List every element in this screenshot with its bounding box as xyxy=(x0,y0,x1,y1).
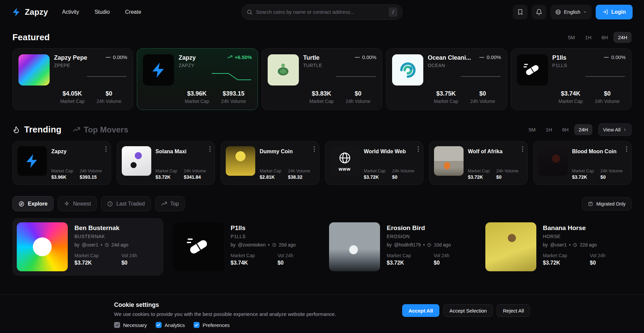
coin-list-card[interactable]: Ben Busternak BUSTERNAK by @user1 • 24d … xyxy=(12,218,163,276)
market-cap-value: $3.74K xyxy=(231,260,278,266)
coin-list-card[interactable]: Erosion Bird EROSION by @hodlnft179 • 10… xyxy=(325,218,476,276)
bookmark-icon xyxy=(517,9,524,15)
kebab-icon xyxy=(105,146,107,152)
clock-icon xyxy=(107,201,113,207)
reject-all-button[interactable]: Reject All xyxy=(497,304,530,317)
market-cap-label: Market Cap xyxy=(178,99,215,104)
timeframe-1h[interactable]: 1H xyxy=(541,124,556,135)
header-actions: English Login xyxy=(513,5,633,19)
kebab-icon xyxy=(209,146,211,152)
featured-card[interactable]: Zapzy Pepe ZPEPE 0.00% $4.05K Market Cap xyxy=(12,48,133,110)
bookmark-button[interactable] xyxy=(513,5,528,19)
volume-value: $341.84 xyxy=(184,174,206,180)
nav-item-activity[interactable]: Activity xyxy=(62,7,79,17)
coin-image-wolf-of-afrika xyxy=(434,146,464,176)
featured-title: Featured xyxy=(12,32,50,43)
bullet-separator: • xyxy=(569,242,571,247)
market-cap-label: Market Cap xyxy=(231,253,278,258)
card-menu-button[interactable] xyxy=(625,145,629,153)
trending-card[interactable]: Solana Maxi Market Cap$3.72K 24h Volume$… xyxy=(117,141,215,185)
card-menu-button[interactable] xyxy=(208,145,212,153)
featured-card[interactable]: P1lls P1LLS 0.00% $3.74K Market Cap xyxy=(511,48,632,110)
bell-icon xyxy=(536,9,542,15)
card-menu-button[interactable] xyxy=(416,145,420,153)
market-cap-value: $3.96K xyxy=(51,174,73,180)
featured-timeframes: 5M 1H 6H 24H xyxy=(564,32,632,43)
search-input[interactable] xyxy=(256,9,385,15)
timeframe-5m[interactable]: 5M xyxy=(564,32,579,43)
filter-last-traded[interactable]: Last Traded xyxy=(101,196,151,211)
brand-logo[interactable]: Zapzy xyxy=(11,7,48,17)
accept-selection-button[interactable]: Accept Selection xyxy=(443,304,493,317)
flame-icon xyxy=(12,126,20,133)
trending-timeframes: 5M 1H 6H 24H View All xyxy=(524,123,632,136)
coin-image-ocean xyxy=(392,54,423,86)
login-button[interactable]: Login xyxy=(596,5,633,19)
trending-card[interactable]: Blood Moon Coin Market Cap$3.72K 24h Vol… xyxy=(533,141,632,185)
view-all-button[interactable]: View All xyxy=(598,123,632,136)
timeframe-6h[interactable]: 6H xyxy=(597,32,612,43)
timeframe-5m[interactable]: 5M xyxy=(524,124,540,135)
market-cap-value: $3.74K xyxy=(552,90,589,97)
coin-list-card[interactable]: P1lls P1LLS by @zoomtoken • 20d ago Mark… xyxy=(169,218,320,276)
timeframe-24h[interactable]: 24H xyxy=(574,124,592,135)
filter-explore[interactable]: Explore xyxy=(12,196,54,211)
tab-top-movers[interactable]: Top Movers xyxy=(73,125,128,134)
trending-cards: Zapzy Market Cap$3.96K 24h Volume$393.15… xyxy=(0,141,644,185)
filter-newest[interactable]: Newest xyxy=(58,196,97,211)
trending-card[interactable]: Zapzy Market Cap$3.96K 24h Volume$393.15 xyxy=(12,141,111,185)
timeframe-6h[interactable]: 6H xyxy=(558,124,573,135)
trending-card[interactable]: Wolf of Afrika Market Cap$3.72K 24h Volu… xyxy=(429,141,528,185)
coin-age: 10d ago xyxy=(434,242,451,247)
brand-name: Zapzy xyxy=(25,7,48,17)
sparkle-icon xyxy=(64,201,70,207)
accept-all-button[interactable]: Accept All xyxy=(402,304,439,317)
sparkline-chart xyxy=(86,71,127,81)
language-selector[interactable]: English xyxy=(550,5,592,19)
featured-section: Featured 5M 1H 6H 24H Zapzy Pepe ZPEPE 0… xyxy=(0,24,644,110)
featured-card[interactable]: Zapzy ZAPZY +6.50% $3.96K xyxy=(137,48,258,110)
featured-card[interactable]: Ocean Cleani... OCEAN 0.00% $3.75K Marke… xyxy=(386,48,507,110)
nav-item-studio[interactable]: Studio xyxy=(95,7,110,17)
coin-image-zapzy xyxy=(17,146,47,176)
cookie-title: Cookie settings xyxy=(114,301,336,309)
card-menu-button[interactable] xyxy=(521,145,525,153)
volume-value: $0 xyxy=(600,174,623,180)
featured-card[interactable]: Turtle TURTLE 0.00% $3.83K Market Cap xyxy=(262,48,382,110)
market-cap-label: Market Cap xyxy=(51,169,73,173)
market-cap-label: Market Cap xyxy=(428,99,464,104)
coin-age: 24d ago xyxy=(111,242,128,247)
coin-list-card[interactable]: Banana Horse HORSE by @user1 • 22d ago M… xyxy=(481,218,632,276)
flat-change-icon xyxy=(604,57,609,58)
timeframe-1h[interactable]: 1H xyxy=(581,32,596,43)
coin-name: Dummy Coin xyxy=(260,148,314,155)
market-cap-value: $3.72K xyxy=(74,260,121,266)
coin-name: Zapzy xyxy=(51,148,106,155)
checkbox-analytics[interactable]: Analytics xyxy=(156,322,185,328)
nav-item-create[interactable]: Create xyxy=(125,7,141,17)
coin-name: P1lls xyxy=(552,54,567,61)
timeframe-24h[interactable]: 24H xyxy=(613,32,632,43)
filter-top[interactable]: Top xyxy=(155,196,185,211)
coin-name: Zapzy xyxy=(178,54,196,61)
trending-card[interactable]: Dummy Coin Market Cap$2.81K 24h Volume$3… xyxy=(221,141,319,185)
coin-image-world-wide-web: www xyxy=(330,146,360,176)
search-bar[interactable]: / xyxy=(241,4,402,20)
market-cap-label: Market Cap xyxy=(74,253,121,258)
trending-title: Trending xyxy=(24,124,61,135)
volume-value: $0 xyxy=(340,90,376,97)
coin-name: P1lls xyxy=(231,224,315,232)
trending-card[interactable]: www World Wide Web Market Cap$3.72K 24h … xyxy=(325,141,424,185)
author-handle: @hodlnft179 xyxy=(394,242,421,247)
card-menu-button[interactable] xyxy=(312,145,316,153)
migrated-only-toggle[interactable]: Migrated Only xyxy=(582,197,632,211)
volume-label: 24h Volume xyxy=(91,99,127,104)
kebab-icon xyxy=(314,146,315,152)
compass-icon xyxy=(18,201,24,207)
notifications-button[interactable] xyxy=(532,5,546,19)
checkbox-necessary[interactable]: Necessary xyxy=(114,322,147,328)
vol-label: Vol 24h xyxy=(121,253,137,258)
checkbox-preferences[interactable]: Preferences xyxy=(194,322,230,328)
trend-up-icon xyxy=(227,55,232,60)
card-menu-button[interactable] xyxy=(104,145,108,153)
